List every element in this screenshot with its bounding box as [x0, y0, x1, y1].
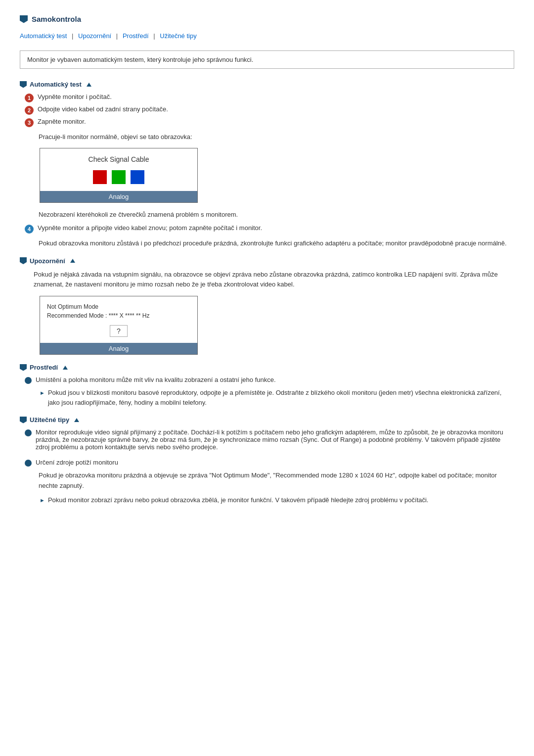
tip-bullet-1: Monitor reprodukuje video signál přijíma…	[25, 428, 514, 451]
nav-useful-tips[interactable]: Užitečné tipy	[160, 32, 196, 40]
env-arrow-1: ► Pokud jsou v blízkosti monitoru basové…	[40, 388, 514, 407]
env-bullet-1: Umístění a poloha monitoru může mít vliv…	[25, 376, 514, 384]
collapse-icon-tips[interactable]	[74, 418, 79, 422]
collapse-icon-auto-test[interactable]	[87, 83, 91, 87]
sep-1: |	[72, 32, 73, 40]
step-2: 2 Odpojte video kabel od zadní strany po…	[25, 105, 514, 115]
bullet-circle-tip1	[25, 429, 32, 436]
tips-header: Užitečné tipy	[20, 416, 514, 424]
environment-bullets: Umístění a poloha monitoru může mít vliv…	[25, 376, 514, 407]
notopt-footer: Analog	[40, 343, 197, 354]
nav-warning[interactable]: Upozornění	[78, 32, 111, 40]
step-num-3: 3	[25, 118, 34, 127]
warning-text: Pokud je nějaká závada na vstupním signá…	[34, 270, 514, 290]
auto-test-icon	[20, 81, 27, 88]
environment-header: Prostředí	[20, 364, 514, 371]
intro-box: Monitor je vybaven automatickým testem, …	[20, 50, 514, 69]
square-red	[93, 170, 107, 184]
intro-text: Monitor je vybaven automatickým testem, …	[27, 56, 253, 63]
step-1: 1 Vypněte monitor i počítač.	[25, 93, 514, 102]
collapse-icon-environment[interactable]	[63, 366, 68, 370]
sep-3: |	[153, 32, 155, 40]
signal-squares	[40, 170, 197, 184]
environment-label: Prostředí	[30, 364, 58, 371]
tip-sub-2: Pokud je obrazovka monitoru prázdná a ob…	[39, 471, 514, 491]
step-4-list: 4 Vypněte monitor a připojte video kabel…	[25, 224, 514, 234]
page-title-section: Samokontrola	[20, 15, 514, 23]
square-green	[112, 170, 126, 184]
warning-icon	[20, 257, 27, 264]
document-icon	[20, 15, 28, 23]
notopt-line1: Not Optimum Mode	[47, 303, 98, 310]
bullet-circle-env	[25, 377, 32, 384]
after-step3-text: Pracuje-li monitor normálně, objeví se t…	[39, 132, 514, 142]
tip-text-1: Monitor reprodukuje video signál přijíma…	[36, 428, 514, 451]
step-2-text: Odpojte video kabel od zadní strany počí…	[38, 105, 168, 113]
env-arrow-text: Pokud jsou v blízkosti monitoru basové r…	[48, 388, 514, 407]
nav-links: Automatický test | Upozornění | Prostřed…	[20, 32, 514, 40]
step-num-1: 1	[25, 94, 34, 102]
arrow-right-icon: ►	[40, 389, 45, 397]
note-squares: Nezobrazení kteréhokoli ze čtverečků zna…	[39, 210, 514, 220]
warning-label: Upozornění	[30, 257, 65, 265]
collapse-icon-warning[interactable]	[70, 259, 75, 263]
tips-icon	[20, 417, 27, 424]
environment-icon	[20, 364, 27, 371]
tip-sub-2-block: Pokud je obrazovka monitoru prázdná a ob…	[39, 471, 514, 491]
notopt-title: Not Optimum Mode Recommended Mode : ****…	[47, 302, 190, 320]
tip-arrow-text: Pokud monitor zobrazí zprávu nebo pokud …	[48, 495, 429, 505]
tip-text-2: Určení zdroje potíží monitoru	[36, 459, 118, 466]
nav-auto-test[interactable]: Automatický test	[20, 32, 67, 40]
step-4-text: Vypněte monitor a připojte video kabel z…	[38, 224, 262, 232]
bullet-circle-tip2	[25, 460, 32, 467]
page-title: Samokontrola	[32, 15, 81, 23]
signal-footer: Analog	[40, 191, 197, 202]
step-num-2: 2	[25, 106, 34, 115]
notopt-question: ?	[110, 325, 128, 337]
tip-arrow-2: ► Pokud monitor zobrazí zprávu nebo poku…	[40, 495, 514, 505]
step-num-4: 4	[25, 225, 34, 234]
tip-bullet-2: Určení zdroje potíží monitoru	[25, 459, 514, 467]
step-4: 4 Vypněte monitor a připojte video kabel…	[25, 224, 514, 234]
step-1-text: Vypněte monitor i počítač.	[38, 93, 112, 100]
arrow-right-icon-2: ►	[40, 496, 45, 505]
auto-test-steps: 1 Vypněte monitor i počítač. 2 Odpojte v…	[25, 93, 514, 127]
step-3-text: Zapněte monitor.	[38, 118, 86, 125]
warning-text-block: Pokud je nějaká závada na vstupním signá…	[34, 270, 514, 290]
auto-test-label: Automatický test	[30, 81, 82, 88]
nav-environment[interactable]: Prostředí	[123, 32, 149, 40]
tips-bullets: Monitor reprodukuje video signál přijíma…	[25, 428, 514, 505]
auto-test-header: Automatický test	[20, 81, 514, 88]
warning-header: Upozornění	[20, 257, 514, 265]
square-blue	[131, 170, 144, 184]
signal-title: Check Signal Cable	[40, 155, 197, 163]
tips-label: Užitečné tipy	[30, 416, 69, 424]
step-3: 3 Zapněte monitor.	[25, 118, 514, 127]
step-4-sub: Pokud obrazovka monitoru zůstává i po př…	[39, 238, 514, 248]
sep-2: |	[116, 32, 118, 40]
signal-cable-box: Check Signal Cable Analog	[40, 148, 198, 203]
notopt-line2: Recommended Mode : **** X **** ** Hz	[47, 312, 149, 319]
env-bullet-text: Umístění a poloha monitoru může mít vliv…	[36, 376, 276, 383]
not-optimum-box: Not Optimum Mode Recommended Mode : ****…	[40, 296, 198, 355]
